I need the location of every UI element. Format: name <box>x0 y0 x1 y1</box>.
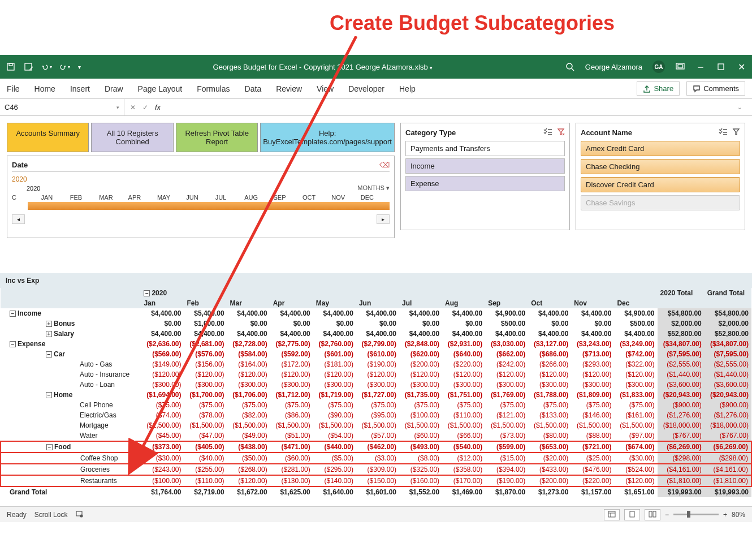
zoom-level[interactable]: 80% <box>732 511 745 519</box>
clear-filter-icon[interactable] <box>557 128 565 137</box>
macro-record-icon[interactable] <box>75 510 83 519</box>
autosave-icon[interactable] <box>24 62 34 72</box>
expand-icon[interactable]: + <box>46 331 52 337</box>
timeline-month[interactable]: OCT <box>302 194 331 201</box>
multi-select-icon[interactable] <box>719 128 728 137</box>
ribbon-tab-help[interactable]: Help <box>399 84 416 93</box>
timeline-month[interactable]: FEB <box>70 194 99 201</box>
collapse-icon[interactable]: − <box>46 351 52 357</box>
redo-icon[interactable] <box>60 62 70 72</box>
account-item[interactable]: Amex Credit Card <box>581 141 740 156</box>
row-label[interactable]: −Income <box>1 308 141 318</box>
ribbon-tab-formulas[interactable]: Formulas <box>197 84 230 93</box>
ribbon-tab-draw[interactable]: Draw <box>105 84 123 93</box>
pivot-cell: ($74.00) <box>141 410 184 420</box>
account-item-disabled[interactable]: Chase Savings <box>581 195 740 210</box>
category-item[interactable]: Payments and Transfers <box>405 141 565 156</box>
zoom-out-icon[interactable]: − <box>665 511 669 519</box>
row-label[interactable]: Coffee Shop <box>1 453 141 464</box>
row-label[interactable]: Water <box>1 430 141 441</box>
date-slicer[interactable]: Date ⌫ 2020 2020 MONTHS ▾ CJANFEBMARAPRM… <box>7 156 395 238</box>
save-icon[interactable] <box>6 62 16 72</box>
ribbon-tab-data[interactable]: Data <box>245 84 262 93</box>
close-icon[interactable]: ✕ <box>736 62 746 72</box>
timeline-bar[interactable] <box>28 202 390 210</box>
comments-button[interactable]: Comments <box>686 81 745 96</box>
collapse-icon[interactable]: − <box>46 444 53 450</box>
category-item[interactable]: Income <box>405 158 565 174</box>
row-label[interactable]: +Salary <box>1 329 141 339</box>
ribbon-tab-home[interactable]: Home <box>34 84 55 93</box>
category-item[interactable]: Expense <box>405 176 565 191</box>
search-icon[interactable] <box>565 62 575 72</box>
row-label[interactable]: −Food <box>1 441 141 453</box>
timeline-month[interactable]: APR <box>128 194 157 201</box>
expand-icon[interactable]: + <box>46 321 52 327</box>
timeline-next-icon[interactable]: ▸ <box>377 214 390 224</box>
ribbon-tab-page-layout[interactable]: Page Layout <box>138 84 183 93</box>
multi-select-icon[interactable] <box>543 128 552 137</box>
collapse-icon[interactable]: − <box>10 311 16 317</box>
normal-view-icon[interactable] <box>604 509 620 520</box>
undo-icon[interactable] <box>42 62 52 72</box>
zoom-slider[interactable] <box>673 514 719 515</box>
row-label[interactable]: Cell Phone <box>1 400 141 410</box>
timeline-month[interactable]: DEC <box>361 194 390 201</box>
formula-input[interactable] <box>167 103 731 111</box>
collapse-icon[interactable]: − <box>10 341 16 347</box>
zoom-in-icon[interactable]: + <box>723 511 727 519</box>
timeline-prev-icon[interactable]: ◂ <box>12 214 25 224</box>
row-label[interactable]: −Expense <box>1 339 141 349</box>
ribbon-display-icon[interactable] <box>675 62 685 72</box>
timeline-month[interactable]: JAN <box>41 194 70 201</box>
row-label[interactable]: −Home <box>1 390 141 400</box>
clear-filter-icon[interactable] <box>732 128 740 137</box>
page-layout-view-icon[interactable] <box>624 509 640 520</box>
ribbon-tab-developer[interactable]: Developer <box>348 84 384 93</box>
months-dropdown[interactable]: MONTHS ▾ <box>357 184 390 192</box>
fx-icon[interactable]: fx <box>155 103 161 111</box>
collapse-icon[interactable]: − <box>144 290 150 296</box>
timeline-month[interactable]: MAR <box>99 194 128 201</box>
row-label[interactable]: Restaurants <box>1 475 141 486</box>
row-label[interactable]: Groceries <box>1 464 141 475</box>
timeline-month[interactable]: SEP <box>274 194 302 201</box>
timeline-month[interactable]: AUG <box>244 194 273 201</box>
timeline-month[interactable]: NOV <box>331 194 360 201</box>
account-item[interactable]: Discover Credit Card <box>581 177 740 192</box>
row-label[interactable]: Auto - Loan <box>1 380 141 390</box>
help-button[interactable]: Help: BuyExcelTemplates.com/pages/suppor… <box>260 123 395 152</box>
maximize-icon[interactable] <box>716 62 726 72</box>
timeline-month[interactable]: JUL <box>215 194 244 201</box>
avatar[interactable]: GA <box>652 61 665 73</box>
page-break-view-icon[interactable] <box>645 509 660 520</box>
ribbon-tab-insert[interactable]: Insert <box>70 84 90 93</box>
timeline-month[interactable]: JUN <box>186 194 215 201</box>
title-dropdown-icon[interactable]: ▾ <box>430 65 433 71</box>
clear-filter-icon[interactable]: ⌫ <box>379 161 390 169</box>
formula-expand-icon[interactable]: ⌄ <box>737 104 746 110</box>
row-label[interactable]: Auto - Gas <box>1 359 141 369</box>
row-label[interactable]: Auto - Insurance <box>1 369 141 380</box>
account-item[interactable]: Chase Checking <box>581 159 740 174</box>
timeline-month[interactable]: C <box>12 194 41 201</box>
minimize-icon[interactable]: ─ <box>695 62 706 72</box>
year-group[interactable]: −2020 <box>141 288 657 298</box>
share-button[interactable]: Share <box>637 81 680 96</box>
accounts-summary-button[interactable]: Accounts Summary <box>7 123 89 152</box>
name-box[interactable]: C46 <box>0 99 124 115</box>
collapse-icon[interactable]: − <box>46 392 52 398</box>
cancel-icon[interactable]: ✕ <box>130 104 136 111</box>
row-label[interactable]: Electric/Gas <box>1 410 141 420</box>
refresh-pivot-button[interactable]: Refresh Pivot Table Report <box>176 123 258 152</box>
row-label[interactable]: Mortgage <box>1 420 141 430</box>
ribbon-tab-file[interactable]: File <box>7 84 20 93</box>
svg-line-5 <box>572 68 574 71</box>
registers-button[interactable]: All 10 Registers Combined <box>91 123 173 152</box>
timeline-month[interactable]: MAY <box>157 194 186 201</box>
ribbon-tab-view[interactable]: View <box>317 84 334 93</box>
row-label[interactable]: +Bonus <box>1 318 141 329</box>
enter-icon[interactable]: ✓ <box>142 104 148 111</box>
row-label[interactable]: −Car <box>1 349 141 359</box>
ribbon-tab-review[interactable]: Review <box>276 84 302 93</box>
